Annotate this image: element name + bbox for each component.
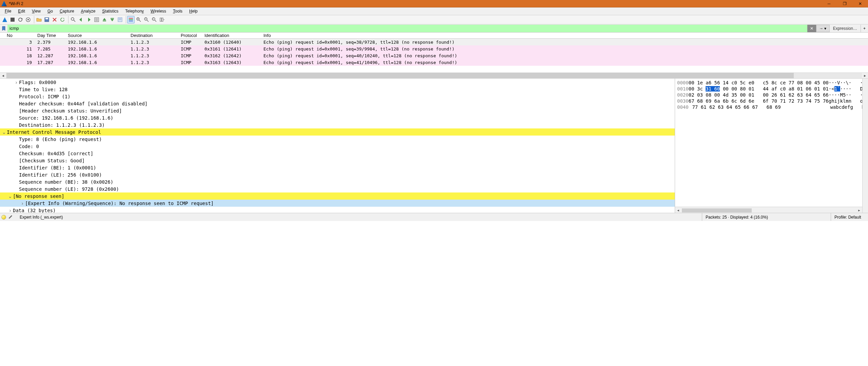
- expand-icon[interactable]: ›: [14, 80, 19, 85]
- col-id[interactable]: Identification: [202, 33, 261, 38]
- resize-columns-icon[interactable]: [158, 16, 166, 23]
- packet-list[interactable]: 3 2.379 192.168.1.6 1.1.2.3 ICMP 0x3160 …: [0, 39, 868, 73]
- menu-help[interactable]: Help: [186, 8, 201, 15]
- packet-details-pane[interactable]: ›Flags: 0x0000 Time to live: 128 Protoco…: [0, 79, 675, 213]
- zoom-in-icon[interactable]: [135, 16, 142, 23]
- col-info[interactable]: Info: [261, 33, 868, 38]
- status-packet-count: Packets: 25 · Displayed: 4 (16.0%): [702, 213, 831, 221]
- scroll-left-icon[interactable]: ◂: [675, 207, 681, 213]
- col-source[interactable]: Source: [66, 33, 129, 38]
- svg-marker-3: [22, 18, 23, 19]
- add-filter-button[interactable]: +: [861, 25, 868, 32]
- menu-go[interactable]: Go: [44, 8, 56, 15]
- svg-line-28: [139, 20, 141, 22]
- start-capture-icon[interactable]: [1, 16, 8, 23]
- hex-row[interactable]: 000000 1e a6 56 14 c0 5c e0 c5 8c ce 77 …: [677, 80, 867, 86]
- svg-rect-19: [111, 18, 114, 19]
- col-time[interactable]: Day Time: [35, 33, 66, 38]
- scroll-right-icon[interactable]: ▸: [856, 207, 862, 213]
- menu-statistics[interactable]: Statistics: [99, 8, 122, 15]
- app-logo-icon: [1, 1, 7, 6]
- toolbar: 1: [0, 15, 868, 24]
- close-file-icon[interactable]: [51, 16, 58, 23]
- col-dest[interactable]: Destination: [129, 33, 179, 38]
- packet-row[interactable]: 11 7.285 192.168.1.6 1.1.2.3 ICMP 0x3161…: [0, 45, 868, 52]
- close-button[interactable]: ✕: [852, 0, 868, 7]
- expert-level-icon[interactable]: [1, 215, 6, 220]
- menu-view[interactable]: View: [28, 8, 44, 15]
- find-packet-icon[interactable]: [70, 16, 77, 23]
- menu-capture[interactable]: Capture: [56, 8, 78, 15]
- menu-telephony[interactable]: Telephony: [122, 8, 147, 15]
- hex-row[interactable]: 001000 3c 31 60 00 00 80 01 44 af c0 a8 …: [677, 86, 867, 92]
- expand-icon[interactable]: ›: [7, 208, 13, 213]
- save-file-icon[interactable]: [43, 16, 51, 23]
- clear-filter-button[interactable]: ✕: [807, 25, 816, 32]
- svg-rect-24: [129, 18, 133, 19]
- svg-line-35: [155, 20, 156, 22]
- auto-scroll-icon[interactable]: [116, 16, 124, 23]
- hex-horizontal-scrollbar[interactable]: ◂ ▸: [675, 207, 862, 213]
- svg-point-2: [19, 18, 22, 21]
- go-forward-icon[interactable]: [85, 16, 93, 23]
- expand-icon[interactable]: ›: [20, 201, 25, 206]
- status-profile[interactable]: Profile: Default: [831, 213, 868, 221]
- svg-marker-0: [2, 17, 7, 22]
- capture-options-icon[interactable]: [24, 16, 32, 23]
- hex-row[interactable]: 002002 03 08 00 4d 35 00 01 00 26 61 62 …: [677, 92, 867, 98]
- svg-rect-38: [162, 18, 163, 21]
- packet-row[interactable]: 18 12.287 192.168.1.6 1.1.2.3 ICMP 0x316…: [0, 52, 868, 59]
- minimize-button[interactable]: ─: [821, 0, 837, 7]
- go-first-icon[interactable]: [101, 16, 108, 23]
- apply-filter-button[interactable]: → ▾: [816, 25, 830, 32]
- svg-text:1: 1: [153, 18, 154, 20]
- reload-file-icon[interactable]: [59, 16, 66, 23]
- hex-row[interactable]: 003067 68 69 6a 6b 6c 6d 6e 6f 70 71 72 …: [677, 98, 867, 104]
- menu-tools[interactable]: Tools: [170, 8, 186, 15]
- zoom-out-icon[interactable]: [143, 16, 150, 23]
- filter-bar: ✕ → ▾ Expression… +: [0, 24, 868, 33]
- svg-rect-25: [129, 19, 133, 20]
- no-response-row[interactable]: ⌄[No response seen]: [0, 192, 675, 200]
- go-to-packet-icon[interactable]: [93, 16, 100, 23]
- svg-rect-7: [45, 18, 48, 19]
- maximize-button[interactable]: ❐: [837, 0, 852, 7]
- go-back-icon[interactable]: [77, 16, 85, 23]
- svg-rect-26: [129, 21, 133, 21]
- icmp-protocol-row[interactable]: ⌄Internet Control Message Protocol: [0, 128, 675, 136]
- packet-list-scrollbar[interactable]: ◂ ▸: [0, 73, 868, 79]
- bookmark-filter-icon[interactable]: [0, 25, 7, 32]
- menu-edit[interactable]: Edit: [15, 8, 28, 15]
- go-last-icon[interactable]: [108, 16, 116, 23]
- menu-analyze[interactable]: Analyze: [78, 8, 99, 15]
- scroll-right-icon[interactable]: ▸: [862, 73, 868, 78]
- packet-row[interactable]: 19 17.287 192.168.1.6 1.1.2.3 ICMP 0x316…: [0, 59, 868, 66]
- svg-point-5: [27, 19, 29, 20]
- colorize-icon[interactable]: [127, 16, 135, 23]
- col-no[interactable]: No: [5, 33, 35, 38]
- edit-capture-icon[interactable]: [8, 214, 14, 220]
- collapse-icon[interactable]: ⌄: [1, 129, 7, 135]
- hex-row[interactable]: 004077 61 62 63 64 65 66 67 68 69wabcdef…: [677, 104, 867, 110]
- collapse-icon[interactable]: ⌄: [7, 194, 13, 199]
- menu-file[interactable]: File: [1, 8, 15, 15]
- menu-wireless[interactable]: Wireless: [147, 8, 170, 15]
- hex-dump-pane[interactable]: 000000 1e a6 56 14 c0 5c e0 c5 8c ce 77 …: [675, 79, 868, 213]
- expression-button[interactable]: Expression…: [830, 26, 861, 31]
- scroll-left-icon[interactable]: ◂: [0, 73, 6, 78]
- svg-rect-18: [103, 21, 106, 21]
- expert-info-row[interactable]: ›[Expert Info (Warning/Sequence): No res…: [0, 200, 675, 207]
- packet-row[interactable]: 3 2.379 192.168.1.6 1.1.2.3 ICMP 0x3160 …: [0, 39, 868, 45]
- svg-marker-8: [63, 18, 64, 19]
- open-file-icon[interactable]: [35, 16, 43, 23]
- title-bar: *Wi-Fi 2 ─ ❐ ✕: [0, 0, 868, 7]
- svg-rect-37: [160, 18, 161, 21]
- status-bar: Expert Info (_ws.expert) Packets: 25 · D…: [0, 213, 868, 221]
- zoom-reset-icon[interactable]: 1: [151, 16, 158, 23]
- col-proto[interactable]: Protocol: [179, 33, 202, 38]
- hex-vertical-scrollbar[interactable]: [862, 79, 868, 213]
- stop-capture-icon[interactable]: [9, 16, 16, 23]
- restart-capture-icon[interactable]: [17, 16, 24, 23]
- display-filter-input[interactable]: [7, 25, 807, 32]
- svg-point-9: [71, 18, 74, 20]
